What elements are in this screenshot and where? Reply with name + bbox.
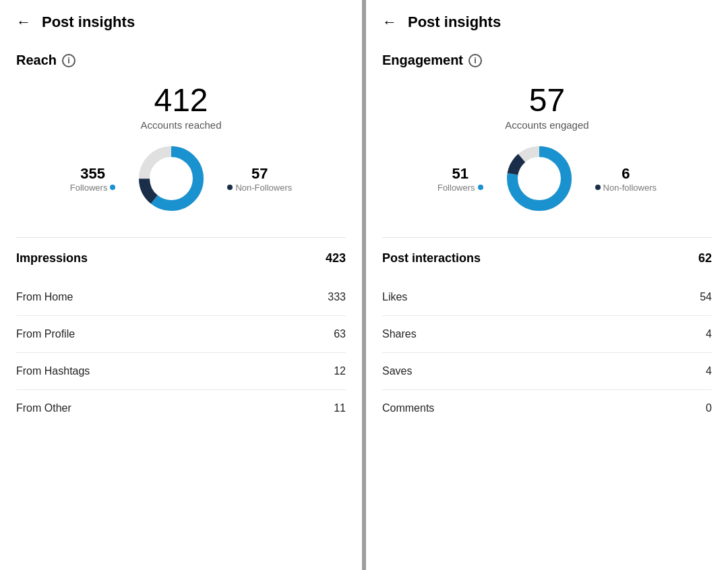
eng-followers-dot-icon (478, 185, 483, 190)
reach-total-number: 412 (16, 84, 346, 117)
followers-dot-icon (110, 185, 115, 190)
post-interactions-header: Post interactions 62 (382, 251, 712, 265)
from-hashtags-value: 12 (334, 365, 346, 377)
right-back-button[interactable]: ← (382, 13, 397, 31)
engagement-nonfollowers-number: 6 (595, 165, 657, 183)
reach-donut-section: 355 Followers 57 Non-Followers (16, 141, 346, 216)
reach-donut-chart (134, 141, 208, 216)
comments-value: 0 (706, 402, 712, 414)
from-other-value: 11 (334, 402, 346, 414)
table-row: Shares 4 (382, 316, 712, 353)
from-profile-label: From Profile (16, 328, 75, 340)
post-interactions-section: Post interactions 62 Likes 54 Shares 4 S… (382, 237, 712, 426)
right-page-title: Post insights (408, 13, 501, 31)
engagement-info-icon[interactable]: i (468, 54, 482, 67)
eng-nonfollowers-dot-icon (595, 185, 601, 190)
from-other-label: From Other (16, 402, 71, 414)
reach-nonfollowers-legend: 57 Non-Followers (227, 165, 292, 193)
table-row: From Hashtags 12 (16, 353, 346, 390)
saves-value: 4 (706, 365, 712, 377)
from-hashtags-label: From Hashtags (16, 365, 90, 377)
impressions-rows: From Home 333 From Profile 63 From Hasht… (16, 279, 346, 426)
engagement-nonfollowers-label: Non-followers (595, 183, 657, 193)
post-interactions-title: Post interactions (382, 251, 481, 265)
reach-followers-legend: 355 Followers (70, 165, 116, 193)
impressions-section: Impressions 423 From Home 333 From Profi… (16, 237, 346, 426)
engagement-followers-label: Followers (437, 183, 483, 193)
impressions-total: 423 (326, 251, 346, 265)
shares-value: 4 (706, 328, 712, 340)
engagement-followers-number: 51 (437, 165, 483, 183)
table-row: Comments 0 (382, 390, 712, 426)
reach-nonfollowers-label: Non-Followers (227, 183, 292, 193)
reach-stat-center: 412 Accounts reached (16, 84, 346, 131)
engagement-total-number: 57 (382, 84, 712, 117)
reach-followers-number: 355 (70, 165, 116, 183)
reach-nonfollowers-number: 57 (227, 165, 292, 183)
comments-label: Comments (382, 402, 434, 414)
table-row: Likes 54 (382, 279, 712, 316)
nonfollowers-dot-icon (227, 185, 233, 190)
left-header: ← Post insights (16, 13, 346, 31)
left-panel: ← Post insights Reach i 412 Accounts rea… (0, 0, 362, 570)
engagement-followers-legend: 51 Followers (437, 165, 483, 193)
left-back-button[interactable]: ← (16, 13, 31, 31)
table-row: Saves 4 (382, 353, 712, 390)
reach-total-label: Accounts reached (16, 119, 346, 131)
engagement-stat-center: 57 Accounts engaged (382, 84, 712, 131)
from-profile-value: 63 (334, 328, 346, 340)
impressions-title: Impressions (16, 251, 88, 265)
likes-value: 54 (700, 291, 712, 303)
post-interactions-total: 62 (698, 251, 712, 265)
shares-label: Shares (382, 328, 417, 340)
right-header: ← Post insights (382, 13, 712, 31)
reach-info-icon[interactable]: i (62, 54, 75, 67)
engagement-donut-chart (502, 141, 576, 216)
engagement-section-title: Engagement i (382, 53, 712, 68)
reach-followers-label: Followers (70, 183, 116, 193)
from-home-value: 333 (328, 291, 346, 303)
impressions-header: Impressions 423 (16, 251, 346, 265)
right-panel: ← Post insights Engagement i 57 Accounts… (366, 0, 728, 570)
table-row: From Profile 63 (16, 316, 346, 353)
engagement-total-label: Accounts engaged (382, 119, 712, 131)
from-home-label: From Home (16, 291, 73, 303)
table-row: From Home 333 (16, 279, 346, 316)
likes-label: Likes (382, 291, 407, 303)
post-interactions-rows: Likes 54 Shares 4 Saves 4 Comments 0 (382, 279, 712, 426)
reach-section-title: Reach i (16, 53, 346, 68)
engagement-donut-section: 51 Followers 6 Non-followers (382, 141, 712, 216)
saves-label: Saves (382, 365, 412, 377)
left-page-title: Post insights (42, 13, 135, 31)
engagement-nonfollowers-legend: 6 Non-followers (595, 165, 657, 193)
table-row: From Other 11 (16, 390, 346, 426)
